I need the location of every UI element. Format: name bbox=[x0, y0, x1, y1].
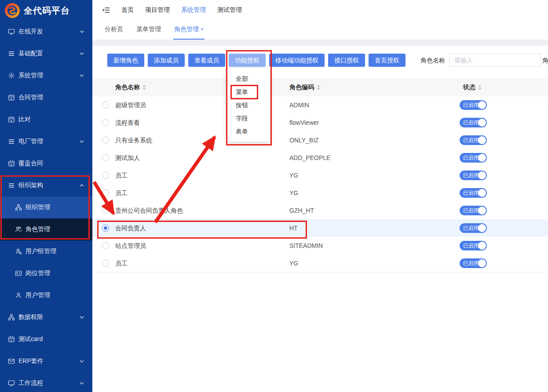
column-header-label: 角色编码 bbox=[289, 83, 314, 91]
radio-button[interactable] bbox=[102, 189, 109, 196]
column-header-2[interactable]: 角色编码 bbox=[289, 78, 320, 96]
role-name-cell: 站点管理员 bbox=[115, 237, 146, 254]
dropdown-item-2[interactable]: 菜单 bbox=[227, 85, 270, 98]
sidebar-item-label: 比对 bbox=[18, 116, 92, 123]
status-toggle[interactable]: 已启用 bbox=[460, 188, 487, 198]
toolbar-button-4[interactable]: 功能授权 bbox=[229, 54, 266, 67]
status-badge: 已启用 bbox=[463, 119, 479, 127]
sidebar-item-13[interactable]: 用户管理 bbox=[0, 284, 92, 306]
status-toggle[interactable]: 已启用 bbox=[460, 135, 487, 145]
table-row[interactable]: 只有业务系统ONLY_BIZ已启用 bbox=[92, 131, 548, 149]
status-toggle[interactable]: 已启用 bbox=[460, 241, 487, 250]
radio-button[interactable] bbox=[102, 207, 109, 214]
table-row[interactable]: 贵州公司合同负责人角色GZH_HT已启用 bbox=[92, 202, 548, 220]
nav-item-4[interactable]: 测试管理 bbox=[217, 6, 242, 14]
sort-icon[interactable] bbox=[317, 85, 320, 90]
radio-button[interactable] bbox=[102, 137, 109, 144]
sort-icon[interactable] bbox=[478, 85, 482, 90]
sidebar-item-17[interactable]: 工作流程 bbox=[0, 372, 92, 392]
toolbar-button-1[interactable]: 新增角色 bbox=[107, 54, 144, 67]
table-row[interactable]: 站点管理员SITEADMIN已启用 bbox=[92, 237, 548, 255]
org-icon bbox=[15, 204, 22, 211]
dropdown-item-3[interactable]: 按钮 bbox=[227, 98, 270, 112]
monitor-icon bbox=[8, 380, 15, 387]
sidebar-item-6[interactable]: 电厂管理 bbox=[0, 131, 92, 152]
sidebar-item-15[interactable]: 测试card bbox=[0, 328, 92, 350]
column-header-1[interactable]: 角色名称 bbox=[115, 78, 146, 96]
status-toggle[interactable]: 已启用 bbox=[460, 223, 487, 233]
status-toggle[interactable]: 已启用 bbox=[460, 100, 487, 110]
dropdown-item-4[interactable]: 字段 bbox=[227, 112, 270, 125]
topnav-items: 首页项目管理系统管理测试管理 bbox=[110, 6, 242, 14]
tab-bar: 分析页菜单管理角色管理× bbox=[92, 20, 548, 40]
sidebar-item-4[interactable]: 合同管理 bbox=[0, 87, 92, 109]
content-background bbox=[92, 40, 548, 46]
toolbar: 新增角色添加成员查看成员功能授权移动端功能授权接口授权首页授权 bbox=[107, 54, 406, 67]
radio-button[interactable] bbox=[102, 242, 109, 249]
status-toggle[interactable]: 已启用 bbox=[460, 153, 487, 163]
toolbar-button-6[interactable]: 接口授权 bbox=[328, 54, 365, 67]
status-badge: 已启用 bbox=[463, 189, 479, 197]
chevron-down-icon bbox=[79, 315, 84, 320]
dropdown-item-5[interactable]: 表单 bbox=[227, 125, 270, 138]
sidebar-item-label: 用户组管理 bbox=[26, 247, 92, 255]
tab-label: 菜单管理 bbox=[136, 25, 161, 33]
toggle-knob bbox=[478, 207, 486, 214]
sidebar-item-9[interactable]: 组织管理 bbox=[0, 196, 92, 218]
sidebar-item-12[interactable]: 岗位管理 bbox=[0, 262, 92, 284]
sidebar-item-label: 用户管理 bbox=[26, 291, 92, 299]
status-toggle[interactable]: 已启用 bbox=[460, 258, 487, 268]
nav-item-2[interactable]: 项目管理 bbox=[145, 6, 170, 14]
sidebar-item-2[interactable]: 基础配置 bbox=[0, 43, 92, 65]
table-row[interactable]: 员工YG已启用 bbox=[92, 167, 548, 185]
radio-button[interactable] bbox=[102, 172, 109, 179]
tab-3[interactable]: 角色管理× bbox=[173, 20, 205, 40]
role-name-input[interactable] bbox=[449, 54, 541, 67]
radio-button[interactable] bbox=[102, 225, 109, 232]
sidebar-item-3[interactable]: 系统管理 bbox=[0, 65, 92, 87]
chevron-down-icon bbox=[79, 359, 84, 364]
toolbar-button-7[interactable]: 首页授权 bbox=[369, 54, 406, 67]
sort-icon[interactable] bbox=[142, 85, 146, 90]
column-header-label: 状态 bbox=[463, 83, 475, 91]
role-code-cell: flowViewer bbox=[289, 114, 319, 131]
sidebar-item-label: 系统管理 bbox=[18, 72, 79, 80]
table-row[interactable]: 员工YG已启用 bbox=[92, 184, 548, 202]
radio-button[interactable] bbox=[102, 119, 109, 126]
status-badge: 已启用 bbox=[463, 102, 479, 109]
tab-2[interactable]: 菜单管理 bbox=[135, 20, 162, 40]
column-header-3[interactable]: 状态 bbox=[463, 78, 482, 96]
table-row[interactable]: 合同负责人HT已启用 bbox=[92, 219, 548, 237]
radio-button[interactable] bbox=[102, 154, 109, 161]
table-row[interactable]: 员工YG已启用 bbox=[92, 254, 548, 272]
status-toggle[interactable]: 已启用 bbox=[460, 171, 487, 180]
sidebar-item-1[interactable]: 在线开发 bbox=[0, 21, 92, 43]
table-row[interactable]: 超级管理员ADMIN已启用 bbox=[92, 96, 548, 114]
search-form: 角色名称 bbox=[420, 53, 541, 67]
sidebar-item-10[interactable]: 角色管理 bbox=[0, 218, 92, 240]
toolbar-button-3[interactable]: 查看成员 bbox=[188, 54, 225, 67]
status-toggle[interactable]: 已启用 bbox=[460, 206, 487, 215]
menu-fold-icon[interactable] bbox=[102, 7, 110, 14]
radio-button[interactable] bbox=[102, 260, 109, 267]
table-row[interactable]: 流程查看flowViewer已启用 bbox=[92, 114, 548, 132]
sidebar: 全代码平台 在线开发基础配置系统管理合同管理比对电厂管理覆盖合同组织架构组织管理… bbox=[0, 0, 92, 392]
sidebar-item-label: 电厂管理 bbox=[18, 138, 79, 145]
nav-item-1[interactable]: 首页 bbox=[121, 6, 134, 14]
table-row[interactable]: 测试加人ADD_PEOPLE已启用 bbox=[92, 149, 548, 167]
sidebar-item-8[interactable]: 组织架构 bbox=[0, 174, 92, 196]
radio-button[interactable] bbox=[102, 102, 109, 109]
sidebar-item-14[interactable]: 数据权限 bbox=[0, 306, 92, 328]
tab-close-icon[interactable]: × bbox=[201, 26, 204, 33]
nav-item-3[interactable]: 系统管理 bbox=[181, 6, 206, 14]
toolbar-button-5[interactable]: 移动端功能授权 bbox=[269, 54, 325, 67]
toolbar-button-2[interactable]: 添加成员 bbox=[148, 54, 185, 67]
tab-1[interactable]: 分析页 bbox=[104, 20, 124, 40]
sidebar-item-7[interactable]: 覆盖合同 bbox=[0, 152, 92, 174]
sidebar-item-16[interactable]: ERP套件 bbox=[0, 350, 92, 372]
sidebar-item-11[interactable]: 用户组管理 bbox=[0, 240, 92, 262]
sidebar-item-5[interactable]: 比对 bbox=[0, 109, 92, 131]
dropdown-item-1[interactable]: 全部 bbox=[227, 72, 270, 85]
status-toggle[interactable]: 已启用 bbox=[460, 118, 487, 127]
toggle-knob bbox=[478, 224, 486, 232]
